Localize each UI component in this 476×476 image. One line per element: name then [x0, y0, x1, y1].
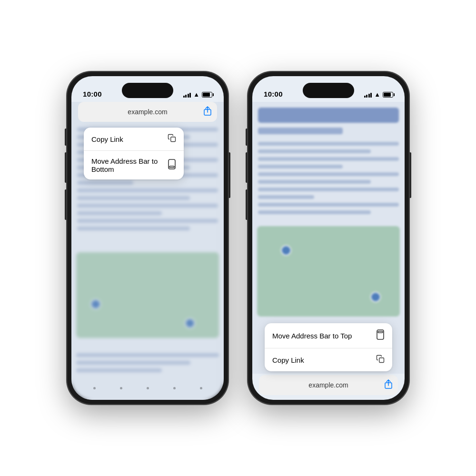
power-button [228, 152, 230, 198]
status-icons-2: ▲ [364, 91, 393, 98]
move-addr-bar-label-1: Move Address Bar to Bottom [91, 157, 168, 173]
move-addr-bar-item-1[interactable]: Move Address Bar to Bottom [84, 151, 184, 179]
svg-rect-3 [169, 166, 174, 168]
time-2: 10:00 [264, 90, 283, 98]
phone-1-screen: 10:00 ▲ example.com [71, 76, 224, 400]
battery-icon-1 [202, 92, 212, 98]
url-text-1: example.com [128, 108, 167, 116]
phone-2-screen: 10:00 ▲ [252, 76, 405, 400]
tab-dot-4 [173, 387, 176, 389]
dynamic-island-2 [303, 83, 354, 98]
signal-icon-2 [364, 92, 372, 98]
address-bar-bottom[interactable]: example.com [259, 375, 398, 395]
status-icons-1: ▲ [183, 91, 212, 98]
mute-button-2 [246, 129, 248, 146]
tab-dot-5 [200, 387, 202, 389]
mute-button [65, 129, 67, 146]
share-button-1[interactable] [204, 106, 211, 118]
battery-icon-2 [383, 92, 393, 98]
phone-top-icon-2 [376, 329, 385, 342]
tab-bar-1 [71, 376, 224, 400]
phone-2: 10:00 ▲ [248, 71, 409, 405]
wifi-icon-1: ▲ [193, 91, 199, 98]
signal-icon-1 [183, 92, 191, 98]
phone-bottom-icon-1 [168, 159, 176, 171]
svg-rect-1 [171, 137, 176, 142]
context-menu-2: Move Address Bar to Top Copy Link [265, 323, 392, 371]
volume-up-button-2 [246, 152, 248, 183]
address-bar-top[interactable]: example.com [78, 102, 217, 122]
dynamic-island-1 [122, 83, 173, 98]
tab-dot-2 [120, 387, 122, 389]
volume-up-button [65, 152, 67, 183]
wifi-icon-2: ▲ [374, 91, 380, 98]
copy-link-label-1: Copy Link [91, 135, 123, 143]
tab-dot-1 [93, 387, 96, 389]
svg-rect-6 [379, 358, 384, 363]
copy-link-item-1[interactable]: Copy Link [84, 128, 184, 151]
time-1: 10:00 [83, 90, 102, 98]
volume-down-button-2 [246, 189, 248, 220]
copy-icon-2 [376, 355, 385, 365]
power-button-2 [409, 152, 411, 198]
phone-1: 10:00 ▲ example.com [67, 71, 228, 405]
copy-icon-1 [168, 134, 176, 144]
copy-link-label-2: Copy Link [272, 356, 304, 364]
move-addr-bar-label-2: Move Address Bar to Top [272, 332, 352, 340]
copy-link-item-2[interactable]: Copy Link [265, 348, 392, 371]
volume-down-button [65, 189, 67, 220]
url-text-2: example.com [308, 381, 348, 389]
share-button-2[interactable] [385, 379, 392, 391]
tab-dot-3 [147, 387, 149, 389]
context-menu-1: Copy Link Move Address Bar to Bottom [84, 128, 184, 179]
move-addr-bar-item-2[interactable]: Move Address Bar to Top [265, 323, 392, 348]
svg-rect-5 [378, 331, 383, 333]
